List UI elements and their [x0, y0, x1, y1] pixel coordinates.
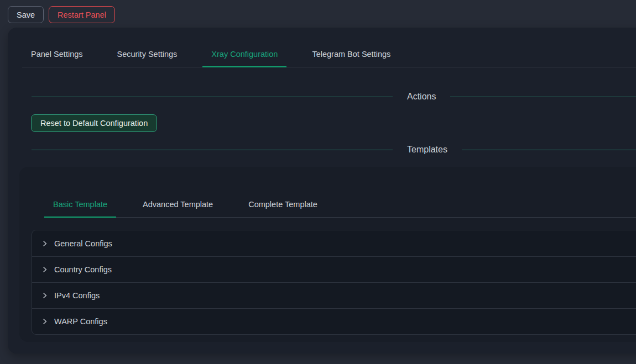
chevron-right-icon	[41, 318, 48, 325]
templates-divider: Templates	[32, 144, 636, 156]
collapse-panel-label: General Configs	[54, 239, 112, 248]
templates-card: Basic Template Advanced Template Complet…	[19, 167, 636, 342]
chevron-right-icon	[41, 292, 48, 299]
settings-card: Panel Settings Security Settings Xray Co…	[8, 28, 636, 354]
chevron-right-icon	[41, 266, 48, 273]
divider-line	[32, 150, 393, 150]
configs-collapse-group: General Configs Country Configs IPv4 Con…	[32, 230, 636, 335]
tab-advanced-template[interactable]: Advanced Template	[134, 192, 222, 218]
collapse-panel-label: Country Configs	[54, 265, 112, 274]
tab-xray-configuration[interactable]: Xray Configuration	[202, 42, 286, 67]
collapse-country-configs[interactable]: Country Configs	[32, 256, 636, 282]
divider-line	[450, 97, 636, 97]
tab-security-settings[interactable]: Security Settings	[108, 42, 186, 67]
settings-tabbar: Panel Settings Security Settings Xray Co…	[22, 42, 636, 67]
collapse-warp-configs[interactable]: WARP Configs	[32, 308, 636, 334]
collapse-panel-label: IPv4 Configs	[54, 291, 100, 300]
restart-panel-button[interactable]: Restart Panel	[49, 6, 115, 23]
tab-basic-template[interactable]: Basic Template	[44, 192, 116, 218]
tab-complete-template[interactable]: Complete Template	[239, 192, 326, 218]
save-button[interactable]: Save	[8, 6, 44, 23]
actions-divider-label: Actions	[407, 92, 436, 102]
tab-telegram-bot-settings[interactable]: Telegram Bot Settings	[303, 42, 399, 67]
actions-divider: Actions	[32, 91, 636, 103]
reset-default-configuration-button[interactable]: Reset to Default Configuration	[31, 114, 157, 132]
collapse-ipv4-configs[interactable]: IPv4 Configs	[32, 282, 636, 308]
collapse-panel-label: WARP Configs	[54, 317, 107, 326]
divider-line	[32, 97, 393, 97]
divider-line	[462, 150, 636, 150]
templates-divider-label: Templates	[407, 145, 447, 155]
tab-panel-settings[interactable]: Panel Settings	[22, 42, 92, 67]
top-action-bar: Save Restart Panel	[8, 6, 115, 23]
chevron-right-icon	[41, 240, 48, 247]
collapse-general-configs[interactable]: General Configs	[32, 230, 636, 256]
templates-tabbar: Basic Template Advanced Template Complet…	[44, 192, 636, 218]
